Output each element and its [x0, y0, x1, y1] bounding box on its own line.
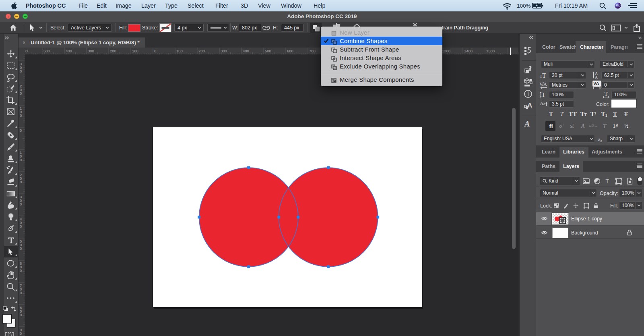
svg-text:T: T [542, 92, 545, 98]
svg-text:T: T [542, 72, 546, 79]
svg-text:A: A [543, 81, 547, 87]
svg-text:T: T [605, 91, 608, 97]
svg-text:T: T [606, 178, 609, 185]
svg-text:A: A [524, 120, 530, 128]
svg-text:a: a [543, 102, 545, 106]
svg-text:A: A [595, 75, 598, 79]
